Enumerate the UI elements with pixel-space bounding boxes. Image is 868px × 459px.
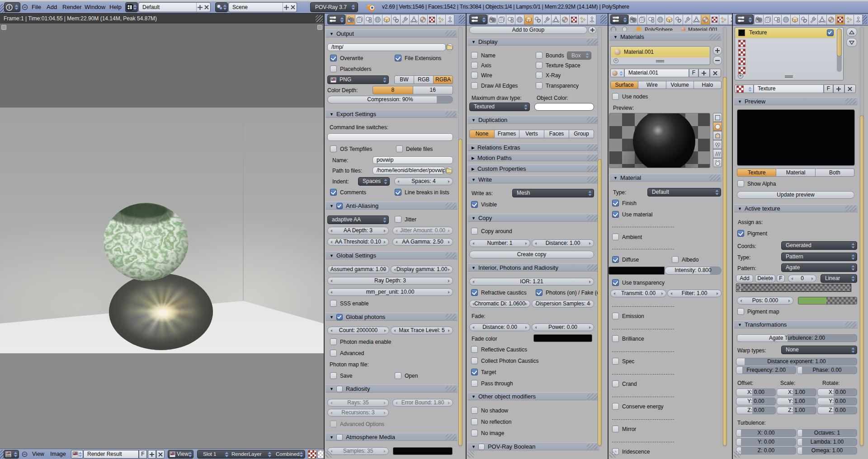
svg-text:i: i [9,5,10,10]
